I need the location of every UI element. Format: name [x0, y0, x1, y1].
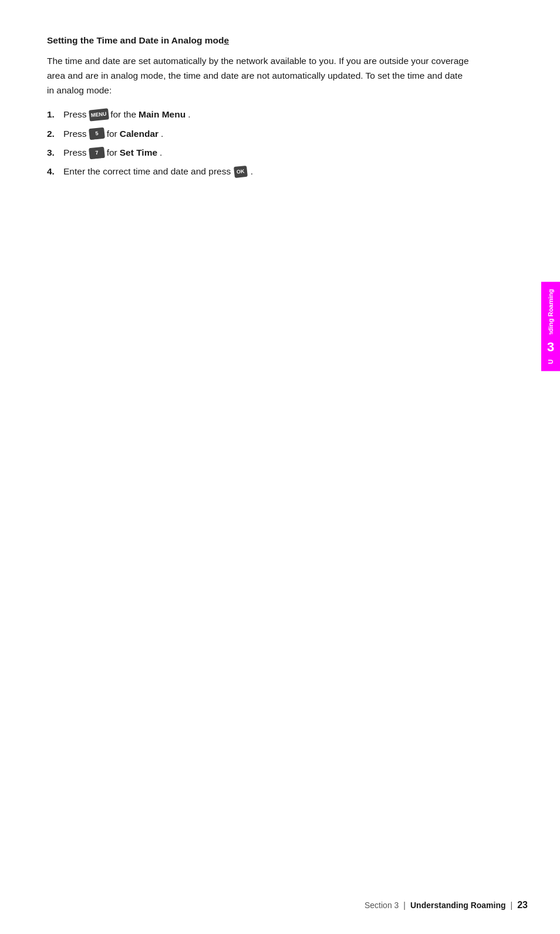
footer-divider-1: | [403, 901, 406, 910]
step-3-text: Press 7PQRS for Set Time. [63, 145, 162, 160]
step-3-prefix: Press [63, 145, 87, 160]
step-3-number: 3. [47, 145, 63, 160]
step-4: 4. Enter the correct time and date and p… [47, 164, 470, 179]
footer-page-number: 23 [517, 900, 528, 911]
step-2-prefix: Press [63, 126, 87, 142]
step-1-text: Press MENU for the Main Menu. [63, 107, 190, 122]
footer-divider-2: | [511, 901, 513, 910]
footer-title: Understanding Roaming [410, 901, 506, 910]
step-4-number: 4. [47, 164, 63, 179]
step-1-end: . [188, 107, 190, 122]
body-paragraph: The time and date are set automatically … [47, 54, 470, 98]
step-2: 2. Press 5JKL for Calendar. [47, 126, 470, 142]
step-3-bold-label: Set Time [120, 145, 157, 160]
steps-list: 1. Press MENU for the Main Menu. 2. Pres… [47, 107, 470, 179]
5jkl-key-icon: 5JKL [89, 127, 105, 140]
step-2-text: Press 5JKL for Calendar. [63, 126, 163, 142]
ok-key-icon: OK [234, 166, 247, 178]
page-footer: Section 3 | Understanding Roaming | 23 [365, 900, 528, 911]
step-4-end: . [251, 164, 253, 179]
step-4-prefix: Enter the correct time and date and pres… [63, 164, 231, 179]
step-2-end: . [161, 126, 163, 142]
step-3-suffix: for [107, 145, 117, 160]
side-tab-number: 3 [541, 335, 560, 360]
step-1-suffix: for the [110, 107, 136, 122]
step-2-suffix: for [107, 126, 117, 142]
section-heading: Setting the Time and Date in Analog mode [47, 35, 470, 46]
step-3-end: . [160, 145, 162, 160]
step-2-bold-label: Calendar [120, 126, 158, 142]
step-3: 3. Press 7PQRS for Set Time. [47, 145, 470, 160]
step-1-bold-label: Main Menu [139, 107, 185, 122]
menu-key-icon: MENU [89, 108, 109, 121]
footer-section-label: Section 3 [365, 901, 399, 910]
step-1-prefix: Press [63, 107, 87, 122]
step-1-number: 1. [47, 107, 63, 122]
step-2-number: 2. [47, 126, 63, 142]
step-1: 1. Press MENU for the Main Menu. [47, 107, 470, 122]
7pqrs-key-icon: 7PQRS [89, 146, 105, 159]
step-4-text: Enter the correct time and date and pres… [63, 164, 253, 179]
